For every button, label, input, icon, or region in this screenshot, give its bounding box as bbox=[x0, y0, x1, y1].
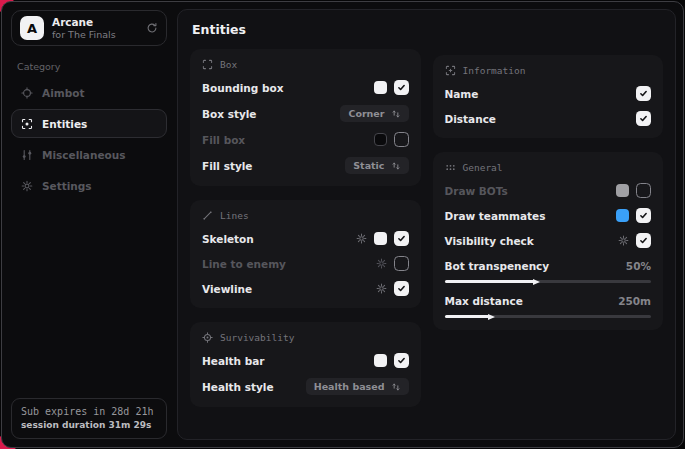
right-column: InformationNameDistanceGeneralDraw BOTsD… bbox=[433, 55, 664, 330]
info-frame-icon bbox=[445, 65, 456, 76]
color-swatch-health-bar[interactable] bbox=[374, 354, 387, 367]
slider-bot-transpenency[interactable] bbox=[445, 280, 652, 283]
setting-row-skeleton: Skeleton bbox=[202, 231, 409, 246]
sliders-icon bbox=[21, 149, 33, 161]
setting-row-health-bar: Health bar bbox=[202, 353, 409, 368]
updown-icon bbox=[391, 109, 401, 119]
section-lines: LinesSkeletonLine to enemyViewline bbox=[190, 200, 421, 308]
slider-value: 250m bbox=[618, 295, 651, 307]
setting-row-bounding-box: Bounding box bbox=[202, 80, 409, 95]
category-label: Category bbox=[17, 61, 161, 72]
setting-row-fill-box: Fill box bbox=[202, 132, 409, 147]
setting-row-name: Name bbox=[445, 86, 652, 101]
row-label: Box style bbox=[202, 108, 256, 120]
slider-thumb[interactable] bbox=[533, 279, 540, 285]
setting-row-visibility-check: Visibility check bbox=[445, 233, 652, 248]
slider-value: 50% bbox=[626, 260, 651, 272]
row-label: Viewline bbox=[202, 283, 252, 295]
app-logo: A bbox=[20, 16, 44, 40]
slider-group-bot-transpenency: Bot transpenency50% bbox=[445, 258, 652, 283]
checkbox-bounding-box[interactable] bbox=[394, 80, 409, 95]
section-survivability: SurvivabilityHealth barHealth styleHealt… bbox=[190, 322, 421, 407]
checkbox-skeleton[interactable] bbox=[394, 231, 409, 246]
sidebar-item-aimbot[interactable]: Aimbot bbox=[11, 78, 167, 107]
slider-fill bbox=[445, 280, 536, 283]
setting-row-draw-bots: Draw BOTs bbox=[445, 183, 652, 198]
checkbox-name[interactable] bbox=[636, 86, 651, 101]
updown-icon bbox=[391, 382, 401, 392]
dropdown-value: Health based bbox=[314, 381, 385, 392]
sidebar-item-label: Settings bbox=[42, 180, 92, 192]
slider-fill bbox=[445, 315, 490, 318]
app-subtitle: for The Finals bbox=[52, 29, 116, 41]
box-corners-icon bbox=[202, 59, 213, 70]
sidebar-item-label: Miscellaneous bbox=[42, 149, 125, 161]
checkbox-draw-bots[interactable] bbox=[636, 183, 651, 198]
row-label: Visibility check bbox=[445, 235, 534, 247]
section-title: General bbox=[463, 162, 503, 173]
dropdown-fill-style[interactable]: Static bbox=[345, 157, 408, 174]
gear-icon[interactable] bbox=[376, 258, 387, 269]
section-title: Lines bbox=[220, 210, 249, 221]
line-icon bbox=[202, 210, 213, 221]
setting-row-fill-style: Fill styleStatic bbox=[202, 157, 409, 174]
checkbox-draw-teammates[interactable] bbox=[636, 208, 651, 223]
checkbox-visibility-check[interactable] bbox=[636, 233, 651, 248]
dropdown-value: Corner bbox=[348, 108, 384, 119]
dropdown-value: Static bbox=[353, 160, 384, 171]
page-title: Entities bbox=[192, 22, 663, 37]
slider-max-distance[interactable] bbox=[445, 315, 652, 318]
row-label: Health style bbox=[202, 381, 274, 393]
section-title: Survivability bbox=[220, 332, 294, 343]
slider-thumb[interactable] bbox=[488, 314, 495, 320]
gear-icon[interactable] bbox=[356, 233, 367, 244]
color-swatch-draw-bots[interactable] bbox=[616, 184, 629, 197]
crosshair-icon bbox=[21, 87, 33, 99]
row-label: Distance bbox=[445, 113, 497, 125]
sidebar-item-entities[interactable]: Entities bbox=[11, 109, 167, 138]
app-window: A Arcane for The Finals Category AimbotE… bbox=[1, 1, 684, 448]
sidebar-item-miscellaneous[interactable]: Miscellaneous bbox=[11, 140, 167, 169]
row-label: Health bar bbox=[202, 355, 265, 367]
app-title: Arcane bbox=[52, 16, 116, 29]
setting-row-distance: Distance bbox=[445, 111, 652, 126]
row-label: Line to enemy bbox=[202, 258, 286, 270]
gear-icon[interactable] bbox=[618, 235, 629, 246]
setting-row-draw-teammates: Draw teammates bbox=[445, 208, 652, 223]
color-swatch-draw-teammates[interactable] bbox=[616, 209, 629, 222]
color-swatch-fill-box[interactable] bbox=[374, 133, 387, 146]
setting-row-health-style: Health styleHealth based bbox=[202, 378, 409, 395]
row-label: Name bbox=[445, 88, 479, 100]
slider-group-max-distance: Max distance250m bbox=[445, 293, 652, 318]
left-column: BoxBounding boxBox styleCornerFill boxFi… bbox=[190, 49, 421, 407]
dropdown-health-style[interactable]: Health based bbox=[306, 378, 409, 395]
setting-row-line-to-enemy: Line to enemy bbox=[202, 256, 409, 271]
color-swatch-skeleton[interactable] bbox=[374, 232, 387, 245]
refresh-icon[interactable] bbox=[146, 22, 158, 34]
setting-row-viewline: Viewline bbox=[202, 281, 409, 296]
row-label: Draw BOTs bbox=[445, 185, 508, 197]
sidebar: A Arcane for The Finals Category AimbotE… bbox=[9, 9, 169, 440]
section-general: GeneralDraw BOTsDraw teammatesVisibility… bbox=[433, 152, 664, 330]
section-box: BoxBounding boxBox styleCornerFill boxFi… bbox=[190, 49, 421, 186]
checkbox-line-to-enemy[interactable] bbox=[394, 256, 409, 271]
sidebar-item-settings[interactable]: Settings bbox=[11, 171, 167, 200]
setting-row-box-style: Box styleCorner bbox=[202, 105, 409, 122]
checkbox-distance[interactable] bbox=[636, 111, 651, 126]
section-title: Information bbox=[463, 65, 526, 76]
checkbox-viewline[interactable] bbox=[394, 281, 409, 296]
main-panel: Entities BoxBounding boxBox styleCornerF… bbox=[177, 9, 676, 440]
row-label: Fill style bbox=[202, 160, 252, 172]
dropdown-box-style[interactable]: Corner bbox=[340, 105, 408, 122]
row-label: Bot transpenency bbox=[445, 260, 550, 272]
color-swatch-bounding-box[interactable] bbox=[374, 81, 387, 94]
sub-expiry-text: Sub expires in 28d 21h bbox=[21, 406, 157, 417]
brand-card: A Arcane for The Finals bbox=[11, 10, 167, 46]
sidebar-item-label: Entities bbox=[42, 118, 87, 130]
subscription-status-card: Sub expires in 28d 21h session duration … bbox=[11, 398, 167, 439]
checkbox-fill-box[interactable] bbox=[394, 132, 409, 147]
gear-icon[interactable] bbox=[376, 283, 387, 294]
checkbox-health-bar[interactable] bbox=[394, 353, 409, 368]
sidebar-item-label: Aimbot bbox=[42, 87, 84, 99]
section-information: InformationNameDistance bbox=[433, 55, 664, 138]
